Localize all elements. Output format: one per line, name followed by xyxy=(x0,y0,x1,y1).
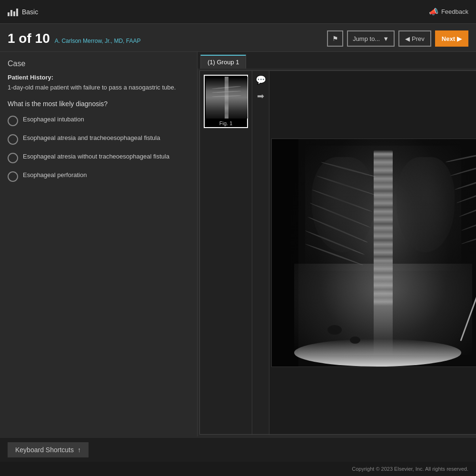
image-area: Fig. 1 💬 ➡ xyxy=(199,70,476,435)
footer: Copyright © 2023 Elsevier, Inc. All righ… xyxy=(0,462,476,476)
keyboard-shortcuts-button[interactable]: Keyboard Shortcuts ↑ xyxy=(8,442,89,457)
top-bar: Basic 📣 Feedback xyxy=(0,0,476,24)
bottom-bar: Keyboard Shortcuts ↑ xyxy=(0,438,476,462)
prev-button[interactable]: ◀ Prev xyxy=(398,30,431,47)
option-item-a[interactable]: Esophageal intubation xyxy=(8,115,189,126)
option-label-b: Esophageal atresia and tracheoesophageal… xyxy=(23,134,160,142)
radio-d[interactable] xyxy=(8,171,18,182)
jump-to-label: Jump to... xyxy=(353,35,380,42)
jump-to-button[interactable]: Jump to... ▼ xyxy=(347,30,395,47)
option-label-c: Esophageal atresia without tracheoesopha… xyxy=(23,152,169,161)
flag-button[interactable]: ⚑ xyxy=(327,30,343,47)
question-text: What is the most likely diagnosis? xyxy=(8,100,189,108)
xray-lung-right xyxy=(397,157,455,253)
left-panel: Case Patient History: 1-day-old male pat… xyxy=(0,52,198,436)
main-content: Case Patient History: 1-day-old male pat… xyxy=(0,52,476,436)
xray-image xyxy=(271,139,476,367)
thumbnail-wrapper[interactable]: Fig. 1 xyxy=(204,75,248,128)
patient-history-text: 1-day-old male patient with failure to p… xyxy=(8,83,189,92)
feedback-label[interactable]: Feedback xyxy=(441,8,468,15)
thumbnail-panel: Fig. 1 xyxy=(200,71,252,434)
right-panel: (1) Group 1 Fig. 1 xyxy=(198,52,476,436)
prev-chevron-icon: ◀ xyxy=(405,35,410,42)
option-item-b[interactable]: Esophageal atresia and tracheoesophageal… xyxy=(8,134,189,145)
radio-c[interactable] xyxy=(8,153,18,163)
xray-dark-spot-1 xyxy=(327,325,342,335)
keyboard-shortcuts-icon: ↑ xyxy=(78,446,81,454)
top-bar-left: Basic xyxy=(8,8,38,16)
counter-main: 1 of 10 xyxy=(8,31,50,46)
question-header: 1 of 10 A. Carlson Merrow, Jr., MD, FAAP… xyxy=(0,24,476,52)
option-label-d: Esophageal perforation xyxy=(23,171,87,179)
chevron-down-icon: ▼ xyxy=(383,35,389,42)
xray-white-bottom xyxy=(294,339,461,366)
keyboard-shortcuts-label: Keyboard Shortcuts xyxy=(15,446,74,454)
side-tools: 💬 ➡ xyxy=(252,71,269,434)
forward-tool-button[interactable]: ➡ xyxy=(257,91,264,101)
case-label: Case xyxy=(8,60,189,68)
header-controls: ⚑ Jump to... ▼ ◀ Prev Next ▶ xyxy=(327,30,468,47)
option-item-c[interactable]: Esophageal atresia without tracheoesopha… xyxy=(8,152,189,163)
question-counter: 1 of 10 A. Carlson Merrow, Jr., MD, FAAP xyxy=(8,31,140,46)
option-item-d[interactable]: Esophageal perforation xyxy=(8,171,189,182)
main-image-container xyxy=(269,71,476,434)
tabs-bar: (1) Group 1 xyxy=(198,52,476,69)
thumbnail-image xyxy=(206,77,248,119)
option-label-a: Esophageal intubation xyxy=(23,115,84,124)
next-chevron-icon: ▶ xyxy=(457,35,462,42)
prev-label: Prev xyxy=(412,35,425,42)
thumbnail-label: Fig. 1 xyxy=(206,120,246,126)
counter-author: A. Carlson Merrow, Jr., MD, FAAP xyxy=(55,38,141,44)
radio-b[interactable] xyxy=(8,134,18,145)
options-list: Esophageal intubation Esophageal atresia… xyxy=(8,115,189,182)
bar-chart-icon xyxy=(8,8,18,16)
copyright-text: Copyright © 2023 Elsevier, Inc. All righ… xyxy=(352,466,468,472)
radio-a[interactable] xyxy=(8,116,18,126)
app-label: Basic xyxy=(22,8,38,16)
xray-dark-spot-2 xyxy=(350,337,360,344)
top-bar-right: 📣 Feedback xyxy=(429,7,468,16)
feedback-icon: 📣 xyxy=(429,7,438,16)
next-label: Next xyxy=(442,35,455,42)
xray-lung-left xyxy=(312,157,374,253)
comment-tool-button[interactable]: 💬 xyxy=(256,75,266,85)
tab-group1[interactable]: (1) Group 1 xyxy=(200,55,246,69)
next-button[interactable]: Next ▶ xyxy=(435,30,468,47)
patient-history-title: Patient History: xyxy=(8,74,189,81)
